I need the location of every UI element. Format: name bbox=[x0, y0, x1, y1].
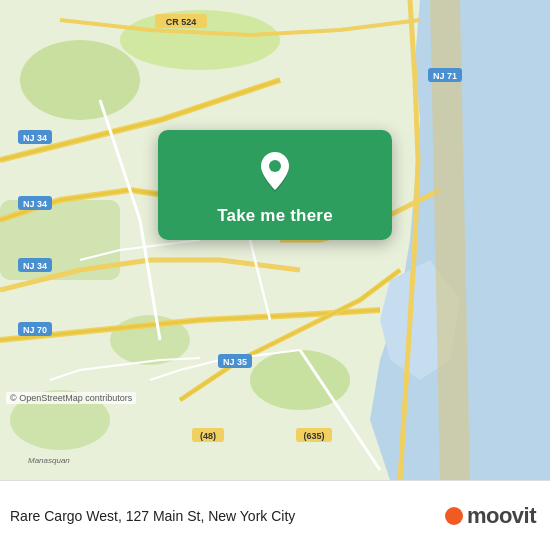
svg-text:NJ 34: NJ 34 bbox=[23, 199, 47, 209]
map-svg: CR 524 NJ 71 NJ 34 NJ 34 NJ 34 NJ 70 NJ … bbox=[0, 0, 550, 480]
svg-text:Manasquan: Manasquan bbox=[28, 456, 70, 465]
svg-text:NJ 70: NJ 70 bbox=[23, 325, 47, 335]
svg-text:(635): (635) bbox=[303, 431, 324, 441]
address-text: Rare Cargo West, 127 Main St, New York C… bbox=[10, 508, 445, 524]
svg-text:(48): (48) bbox=[200, 431, 216, 441]
svg-text:NJ 71: NJ 71 bbox=[433, 71, 457, 81]
svg-point-4 bbox=[20, 40, 140, 120]
location-pin-icon bbox=[251, 148, 299, 196]
moovit-logo: moovit bbox=[445, 503, 536, 529]
svg-point-33 bbox=[269, 160, 281, 172]
osm-attribution: © OpenStreetMap contributors bbox=[6, 392, 136, 404]
take-me-there-button[interactable]: Take me there bbox=[217, 206, 333, 226]
moovit-logo-text: moovit bbox=[467, 503, 536, 529]
svg-text:NJ 35: NJ 35 bbox=[223, 357, 247, 367]
moovit-dot-icon bbox=[445, 507, 463, 525]
bottom-bar: Rare Cargo West, 127 Main St, New York C… bbox=[0, 480, 550, 550]
popup-card[interactable]: Take me there bbox=[158, 130, 392, 240]
map-view[interactable]: CR 524 NJ 71 NJ 34 NJ 34 NJ 34 NJ 70 NJ … bbox=[0, 0, 550, 480]
svg-text:NJ 34: NJ 34 bbox=[23, 133, 47, 143]
svg-text:NJ 34: NJ 34 bbox=[23, 261, 47, 271]
svg-text:CR 524: CR 524 bbox=[166, 17, 197, 27]
